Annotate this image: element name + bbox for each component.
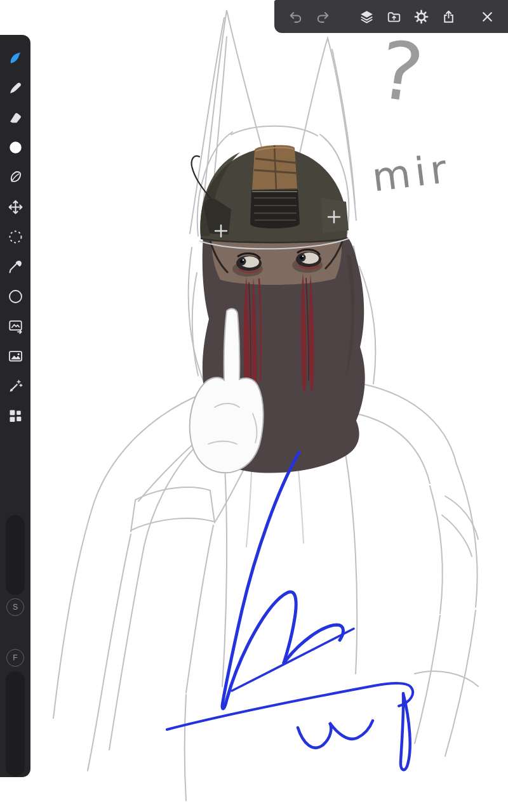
settings-button[interactable] (409, 3, 433, 30)
layers-button[interactable] (354, 3, 378, 30)
gear-icon (413, 9, 429, 25)
top-toolbar (274, 0, 508, 33)
share-button[interactable] (436, 3, 460, 30)
tool-paint[interactable] (1, 43, 29, 73)
layers-icon (359, 9, 375, 25)
tool-sidebar: S F (0, 35, 30, 777)
tool-circle[interactable] (1, 282, 29, 311)
eraser-icon (7, 109, 24, 126)
tool-eyedropper[interactable] (1, 252, 29, 282)
share-icon (441, 9, 457, 25)
tool-pattern[interactable] (1, 371, 29, 401)
drawing-canvas[interactable]: ? mir (0, 0, 508, 812)
tool-workspace[interactable] (1, 401, 29, 431)
image-transfer-icon (7, 318, 24, 335)
import-button[interactable] (382, 3, 406, 30)
circle-outline-icon (7, 288, 24, 305)
tool-color[interactable] (1, 133, 29, 162)
photo-icon (7, 348, 24, 365)
eyedropper-icon (7, 258, 24, 275)
tool-blend[interactable] (1, 73, 29, 103)
undo-button[interactable] (283, 3, 307, 30)
layout-grid-icon (7, 407, 24, 424)
close-icon (479, 9, 495, 25)
brush-flow-button[interactable]: F (6, 649, 24, 667)
blend-brush-icon (7, 79, 24, 96)
blue-signature (167, 452, 413, 770)
undo-icon (288, 9, 304, 25)
brush-flow-slider[interactable] (6, 671, 25, 776)
tool-list (0, 35, 30, 431)
close-button[interactable] (475, 3, 499, 30)
tool-image[interactable] (1, 341, 29, 371)
tool-transform[interactable] (1, 192, 29, 222)
paint-brush-icon (7, 49, 24, 67)
leaf-icon (7, 169, 24, 186)
tool-clone[interactable] (1, 311, 29, 341)
move-arrows-icon (7, 199, 24, 216)
brush-size-button[interactable]: S (6, 598, 24, 616)
tool-select[interactable] (1, 222, 29, 252)
redo-icon (315, 9, 331, 25)
tool-erase[interactable] (1, 103, 29, 133)
brush-size-slider[interactable] (6, 515, 25, 595)
redo-button[interactable] (311, 3, 335, 30)
artwork-sketch (0, 0, 508, 812)
lasso-selection-icon (7, 228, 24, 246)
import-folder-icon (386, 9, 402, 25)
drawing-app-screen: ? mir (0, 0, 508, 812)
magic-brush-icon (7, 377, 24, 395)
tool-leaf[interactable] (1, 162, 29, 192)
color-circle-icon (7, 139, 24, 156)
